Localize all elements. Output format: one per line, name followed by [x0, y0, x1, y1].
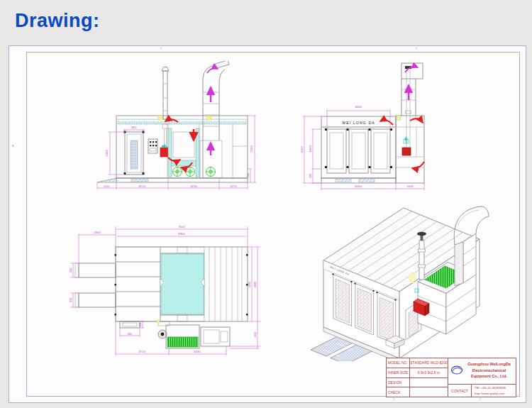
side-elevation-view: 800 2000 2600 340 1100 3710 3230 1270 [92, 61, 265, 199]
highlight-mark [397, 116, 401, 120]
dim-label: 4000 [254, 282, 257, 287]
control-panel [148, 139, 157, 153]
table-row: DESIGN [387, 378, 448, 388]
dim-label: 3230 [194, 350, 201, 353]
dim-label: 500 [309, 174, 312, 178]
front-exhaust-stack [401, 63, 423, 148]
dim-label: 1840 [309, 145, 312, 153]
frame-mark: 1 [160, 47, 162, 50]
dim-label: 300 [139, 323, 142, 327]
frame-mark: 1 [393, 398, 394, 401]
fan-icon [173, 167, 216, 177]
contact-web: http://www.gzwld.com [475, 391, 516, 396]
dim-label: 800 [131, 126, 137, 129]
page-title: Drawing: [15, 10, 100, 32]
dim-label: 7000 [178, 225, 185, 228]
plan-booth [115, 247, 248, 321]
design-value [410, 378, 448, 387]
front-elevation-view: WEI LONG DA [299, 61, 458, 199]
front-doors [325, 128, 392, 173]
dim-label: 3230 [190, 184, 197, 188]
dim-label: 3710 [138, 350, 145, 353]
company-cell: Guangzhou WeiLongDa Electromechanical Eq… [448, 358, 516, 385]
title-block: MODEL NO. STANDARD WLD-8200 INNER SIZE 6… [386, 358, 516, 397]
dim-label: 3710 [138, 184, 145, 188]
isometric-view: WEI LONG DA [306, 198, 532, 361]
side-booth-structure [97, 116, 248, 182]
frame-mark: 2 [416, 47, 417, 50]
dim-label: 1450 [254, 332, 257, 338]
company-name-line1: Guangzhou WeiLongDa Electromechanical [467, 362, 511, 373]
spray-room [168, 128, 199, 177]
design-label: DESIGN [387, 378, 410, 387]
dim-label: 2000 [105, 150, 109, 157]
drawing-sheet: 1 2 B 1 2 [9, 45, 526, 403]
highlight-mark [158, 116, 163, 120]
title-block-table: MODEL NO. STANDARD WLD-8200 INNER SIZE 6… [387, 358, 448, 397]
iso-exhaust-duct [454, 206, 489, 286]
dim-label: 630 [128, 333, 132, 336]
inner-size-label: INNER SIZE [387, 368, 410, 377]
plan-view: 2300 7000 6900 630 630 3900 4000 1450 37… [63, 214, 283, 370]
dim-label: 3900 [248, 282, 251, 287]
highlight-mark [409, 272, 416, 283]
dim-label: 6900 [178, 232, 185, 236]
dim-label: 630 [70, 268, 72, 272]
company-logo-icon [450, 365, 463, 375]
drawing-page: Drawing: [0, 0, 532, 408]
dim-label: 1270 [230, 184, 237, 188]
contact-info: TEL:+86-20-36093838 http://www.gzwld.com [472, 385, 516, 397]
frame-mark: B [12, 145, 14, 148]
floor-grating [160, 253, 204, 315]
inner-size-value: 6.9x3.9x2.8 m [410, 368, 448, 377]
table-row: CHECK [387, 387, 448, 397]
dim-label: 340 [247, 173, 250, 177]
burner-box [402, 148, 411, 155]
model-no-value: STANDARD WLD-8200 [410, 358, 448, 368]
check-value [410, 387, 448, 397]
contact-tel: TEL:+86-20-36093838 [475, 385, 516, 390]
dim-label: 1100 [104, 185, 109, 188]
company-name-line2: Equipment Co., Ltd. [471, 374, 507, 378]
dim-label: 4000 [355, 184, 362, 188]
highlight-mark [157, 320, 160, 323]
heat-exchanger [167, 337, 198, 347]
dim-label: 630 [70, 298, 72, 302]
contact-label: CONTACT [448, 385, 472, 397]
model-no-label: MODEL NO. [387, 358, 410, 368]
brand-label: WEI LONG DA [342, 121, 375, 125]
plan-machinery [120, 320, 230, 348]
contact-row: CONTACT TEL:+86-20-36093838 http://www.g… [448, 385, 516, 397]
dim-label: 1450 [406, 184, 414, 188]
table-row: MODEL NO. STANDARD WLD-8200 [387, 358, 448, 368]
side-door [124, 131, 145, 175]
dim-label: 3000 [355, 105, 362, 109]
title-block-company-section: Guangzhou WeiLongDa Electromechanical Eq… [448, 358, 516, 397]
highlight-mark [206, 116, 211, 120]
entry-ramp [97, 178, 116, 182]
frame-mark: 2 [480, 398, 481, 401]
check-label: CHECK [387, 387, 410, 397]
plan-ramps [75, 263, 116, 307]
dim-label: 2300 [94, 231, 101, 234]
table-row: INNER SIZE 6.9x3.9x2.8 m [387, 368, 448, 378]
dim-label: 2650 [300, 146, 304, 153]
dim-label: 2600 [250, 145, 253, 153]
